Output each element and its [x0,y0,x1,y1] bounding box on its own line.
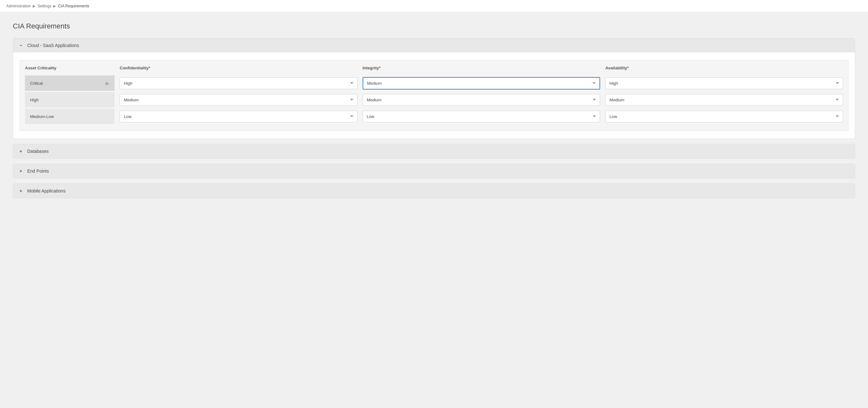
section-end-points: + End Points [13,164,855,178]
confidentiality-select-high[interactable]: High Medium Low Not Applicable [120,94,358,106]
availability-required: * [627,66,629,70]
section-end-points-toggle: + [20,169,25,174]
section-mobile-applications-header[interactable]: + Mobile Applications [13,184,855,198]
confidentiality-select-critical[interactable]: High Medium Low Not Applicable [120,77,358,89]
confidentiality-select-medium-low[interactable]: High Medium Low Not Applicable [120,111,358,123]
section-databases-toggle: + [20,149,25,154]
breadcrumb-current: CIA Requirements [58,4,89,8]
breadcrumb: Administration ▶ Settings ▶ CIA Requirem… [0,0,868,12]
availability-select-high[interactable]: High Medium Low Not Applicable [605,94,843,106]
integrity-select-critical[interactable]: High Medium Low Not Applicable [363,77,600,90]
integrity-select-high[interactable]: High Medium Low Not Applicable [363,94,600,106]
section-cloud-saas-toggle: − [20,43,25,48]
confidentiality-required: * [149,66,150,70]
page-content: CIA Requirements − Cloud - SaaS Applicat… [0,12,868,213]
section-mobile-applications: + Mobile Applications [13,183,855,198]
criticality-cell-medium-low: Medium-Low [25,109,115,124]
col-confidentiality: Confidentiality* [120,66,358,70]
breadcrumb-settings[interactable]: Settings [37,4,51,8]
criticality-cell-critical: Critical ▶ [25,75,115,91]
section-cloud-saas-header[interactable]: − Cloud - SaaS Applications [13,38,855,53]
col-integrity: Integrity* [363,66,600,70]
table-row-critical: Critical ▶ High Medium Low Not Applicabl… [25,75,843,91]
table-row-medium-low: Medium-Low High Medium Low Not Applicabl… [25,109,843,124]
section-end-points-header[interactable]: + End Points [13,164,855,178]
criticality-cell-high: High [25,92,115,107]
integrity-required: * [379,66,380,70]
criticality-label-high: High [30,98,39,102]
section-databases-header[interactable]: + Databases [13,144,855,158]
breadcrumb-separator-1: ▶ [33,4,35,8]
col-availability: Availability* [605,66,843,70]
criticality-label-medium-low: Medium-Low [30,114,54,119]
col-asset-criticality: Asset Criticality [25,66,115,70]
section-cloud-saas: − Cloud - SaaS Applications Asset Critic… [13,38,855,139]
page-title: CIA Requirements [13,22,855,30]
breadcrumb-administration[interactable]: Administration [6,4,31,8]
section-cloud-saas-body: Asset Criticality Confidentiality* Integ… [13,53,855,138]
availability-select-critical[interactable]: High Medium Low Not Applicable [605,77,843,89]
section-end-points-label: End Points [27,169,49,174]
cia-table-wrapper: Asset Criticality Confidentiality* Integ… [20,60,848,131]
breadcrumb-separator-2: ▶ [53,4,56,8]
criticality-label-critical: Critical [30,81,43,86]
section-mobile-applications-label: Mobile Applications [27,188,66,194]
section-mobile-applications-toggle: + [20,188,25,194]
integrity-select-medium-low[interactable]: High Medium Low Not Applicable [363,111,600,123]
section-databases: + Databases [13,144,855,159]
section-cloud-saas-label: Cloud - SaaS Applications [27,43,79,48]
cia-table-header: Asset Criticality Confidentiality* Integ… [25,66,843,73]
arrow-icon-critical: ▶ [105,80,110,86]
table-row-high: High High Medium Low Not Applicable High… [25,92,843,107]
availability-select-medium-low[interactable]: High Medium Low Not Applicable [605,111,843,123]
section-databases-label: Databases [27,149,49,154]
